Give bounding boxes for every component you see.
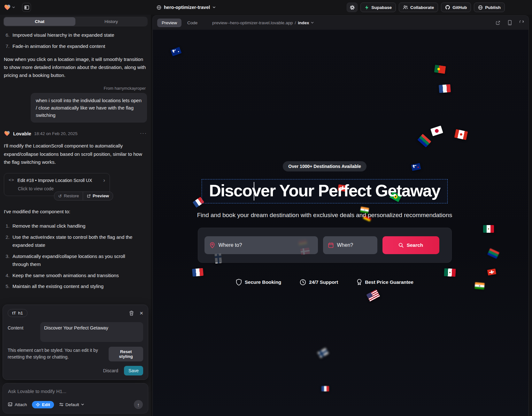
assistant-paragraph: Now when you click on a location image, …	[4, 55, 147, 79]
flag-fi-icon	[317, 348, 329, 358]
restore-button[interactable]: ↺ Restore	[54, 192, 83, 200]
supabase-button[interactable]: Supabase	[360, 3, 396, 12]
edit-card-title: Edit #18 • Improve Location Scroll UX	[18, 178, 92, 183]
code-icon: <>	[9, 178, 14, 183]
flag-us-icon	[366, 289, 380, 302]
sidebar-toggle-button[interactable]	[22, 3, 31, 12]
chat-tabbar: Chat History	[3, 17, 148, 26]
preview-viewport[interactable]: Over 1000+ Destinations Available Discov…	[153, 30, 528, 416]
chevron-down-icon	[12, 6, 15, 8]
preview-toolbar: Preview Code preview--hero-optimizer-tra…	[153, 16, 528, 30]
collaborate-button[interactable]: Collaborate	[399, 3, 438, 12]
preview-button[interactable]: Preview	[83, 192, 113, 200]
save-button[interactable]: Save	[124, 366, 143, 375]
preview-url[interactable]: preview--hero-optimizer-travel.lovable.a…	[212, 20, 314, 25]
modified-intro: I've modified the component to:	[4, 208, 147, 216]
chevron-right-icon: ›	[103, 177, 105, 184]
chat-messages[interactable]: 6.Improved visual hierarchy in the expan…	[3, 26, 148, 301]
list-item: 5.Maintain all the existing content and …	[4, 282, 147, 291]
flag-fr-icon	[321, 386, 329, 391]
assistant-list-top: 6.Improved visual hierarchy in the expan…	[4, 31, 147, 50]
url-separator: /	[295, 20, 296, 25]
feature-label: 24/7 Support	[309, 279, 338, 285]
assistant-intro: I'll modify the LocationScroll component…	[4, 142, 147, 166]
publish-button[interactable]: Publish	[474, 3, 505, 12]
tab-preview[interactable]: Preview	[157, 19, 181, 27]
model-selector[interactable]: Default	[59, 402, 84, 407]
feature-best-price: Best Price Guarantee	[357, 279, 413, 285]
close-icon[interactable]: ×	[140, 310, 143, 316]
search-card: Where to? When? Search	[198, 228, 452, 263]
hero-title[interactable]: Discover Your Perfect Getaway	[209, 181, 440, 200]
calendar-icon	[328, 242, 334, 248]
people-icon	[403, 5, 408, 10]
element-tag-pill[interactable]: tT h1	[8, 309, 27, 317]
tab-code[interactable]: Code	[187, 20, 197, 25]
mobile-view-button[interactable]	[508, 20, 512, 25]
open-in-new-tab-button[interactable]	[496, 20, 500, 25]
feature-support: 24/7 Support	[300, 279, 338, 285]
assistant-name: Lovable	[13, 131, 31, 136]
element-tag: h1	[18, 311, 23, 315]
chat-sidebar: Chat History 6.Improved visual hierarchy…	[0, 15, 151, 416]
hero-section: Over 1000+ Destinations Available Discov…	[153, 30, 513, 285]
award-icon	[357, 279, 362, 285]
refresh-button[interactable]	[519, 20, 524, 25]
attach-button[interactable]: Attach	[8, 402, 27, 407]
composer-input[interactable]	[8, 389, 143, 394]
sliders-icon	[59, 403, 64, 406]
lovable-avatar	[4, 130, 10, 137]
github-label: GitHub	[452, 5, 467, 10]
globe-icon	[157, 5, 161, 10]
collaborate-label: Collaborate	[410, 5, 434, 10]
settings-button[interactable]	[347, 3, 358, 12]
message-menu-button[interactable]: ···	[140, 131, 147, 136]
project-name: hero-optimizer-travel	[164, 5, 210, 10]
list-item: 1.Remove the manual click handling	[4, 222, 147, 230]
feature-label: Secure Booking	[245, 279, 281, 285]
publish-globe-icon	[478, 5, 483, 10]
restore-label: Restore	[64, 193, 79, 198]
lovable-logo-menu[interactable]	[4, 4, 15, 11]
search-label: Search	[407, 242, 423, 248]
github-button[interactable]: GitHub	[441, 3, 471, 12]
edit-mode-button[interactable]: Edit	[32, 401, 54, 408]
preview-label: Preview	[93, 193, 109, 198]
when-input[interactable]: When?	[323, 236, 377, 254]
panel-toggle-icon	[24, 5, 29, 10]
list-item: 2.Use the activeIndex state to control b…	[4, 233, 147, 249]
reset-styling-button[interactable]: Reset styling	[109, 347, 143, 361]
assistant-list-modified: 1.Remove the manual click handling 2.Use…	[4, 222, 147, 291]
selected-element-outline[interactable]: Discover Your Perfect Getaway	[202, 179, 447, 203]
restore-preview-pill: ↺ Restore Preview	[54, 192, 113, 200]
edit-card-subtitle: Click to view code	[18, 186, 105, 191]
from-label: From harrymckayroper	[5, 86, 146, 91]
chevron-down-icon	[212, 6, 216, 8]
content-textarea[interactable]: Discover Your Perfect Getaway	[40, 322, 143, 342]
github-icon	[445, 5, 450, 10]
chevron-down-icon	[81, 404, 84, 405]
publish-label: Publish	[485, 5, 501, 10]
assistant-timestamp: 18:42 on Feb 20, 2025	[34, 131, 78, 136]
hero-subtitle: Find and book your dream destination wit…	[197, 212, 452, 219]
send-button[interactable]: ↑	[134, 400, 143, 409]
discard-button[interactable]: Discard	[99, 366, 122, 375]
where-input[interactable]: Where to?	[204, 236, 318, 254]
styling-note: This element can't be styled. You can ed…	[8, 347, 105, 360]
restore-icon: ↺	[58, 193, 62, 199]
feature-secure-booking: Secure Booking	[236, 279, 281, 285]
external-link-icon	[87, 194, 91, 198]
search-button[interactable]: Search	[382, 236, 439, 254]
trash-button[interactable]	[129, 311, 134, 316]
chevron-down-icon	[311, 22, 314, 24]
feature-label: Best Price Guarantee	[365, 279, 413, 285]
crosshair-icon	[36, 403, 40, 407]
list-item: 4.Keep the same smooth animations and tr…	[4, 271, 147, 280]
project-switcher[interactable]: hero-optimizer-travel	[157, 5, 216, 10]
feature-badges: Secure Booking 24/7 Support	[236, 279, 413, 285]
tab-chat[interactable]: Chat	[4, 17, 75, 26]
url-path: index	[298, 20, 309, 25]
model-label: Default	[66, 402, 79, 407]
content-label: Content	[8, 322, 36, 342]
tab-history[interactable]: History	[75, 17, 147, 26]
